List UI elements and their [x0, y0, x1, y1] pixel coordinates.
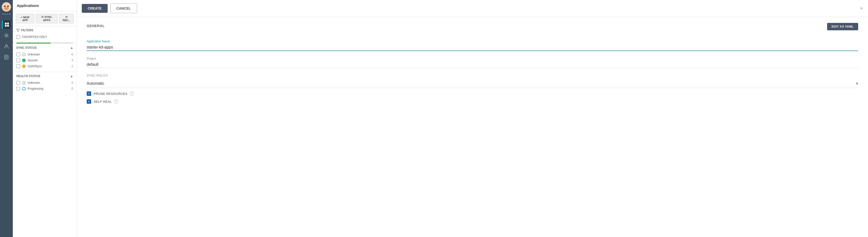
svg-rect-8 — [5, 25, 7, 27]
progressing-dot — [22, 87, 26, 90]
svg-point-10 — [6, 35, 7, 36]
self-heal-row: SELF HEAL ? — [87, 99, 858, 104]
general-section-title: GENERAL — [87, 24, 105, 28]
prune-resources-row: PRUNE RESOURCES ? — [87, 91, 858, 96]
status-synced-row: ✓ Synced 4 — [16, 57, 73, 63]
synced-label: Synced — [28, 59, 69, 62]
unknown-checkbox[interactable] — [16, 53, 20, 56]
health-status-title: HEALTH STATUS ▲ — [16, 75, 73, 78]
sync-policy-section: SYNC POLICY Automatic ▾ PRUNE RESOURCES … — [87, 74, 858, 104]
chevron-down-icon: ▾ — [856, 81, 858, 86]
filters-title: FILTERS — [16, 29, 73, 32]
nav-icon-apps[interactable] — [2, 20, 11, 29]
main-area: HELM Pro... CREATE CANCEL × GENERAL EDIT… — [77, 0, 868, 237]
outofsync-checkbox[interactable] — [16, 64, 20, 68]
svg-point-4 — [4, 6, 6, 7]
health-unknown-dot: ? — [22, 81, 26, 85]
project-input[interactable] — [87, 61, 858, 68]
project-label: Project — [87, 57, 858, 60]
prune-resources-checkbox[interactable] — [87, 91, 91, 96]
sync-policy-value: Automatic — [87, 81, 104, 86]
prune-resources-label: PRUNE RESOURCES — [94, 92, 127, 96]
app-name-input[interactable] — [87, 44, 858, 51]
health-unknown-row: ? Unknown 0 — [16, 80, 73, 86]
sidebar-actions: + NEW APP ↻ SYNC APPS ↺ REF... — [13, 11, 76, 26]
prune-resources-info-icon[interactable]: ? — [130, 92, 134, 96]
sync-status-title: SYNC STATUS ▲ — [16, 46, 73, 50]
app-name-field: Application Name — [87, 40, 858, 51]
svg-point-5 — [7, 6, 9, 7]
close-button[interactable]: × — [860, 6, 863, 11]
health-unknown-label: Unknown — [28, 81, 69, 85]
nav-version: v2.3.1+b — [2, 13, 11, 15]
filter-icon — [16, 29, 20, 32]
nav-icon-settings[interactable] — [2, 31, 11, 40]
unknown-dot — [22, 53, 26, 56]
health-unknown-count: 0 — [71, 81, 73, 85]
favorites-filter-row: FAVORITES ONLY — [16, 34, 73, 40]
sync-apps-button[interactable]: ↻ SYNC APPS — [36, 14, 57, 23]
sidebar: Applications + NEW APP ↻ SYNC APPS ↺ REF… — [13, 0, 77, 237]
health-progressing-checkbox[interactable] — [16, 87, 20, 91]
create-button[interactable]: CREATE — [82, 4, 107, 13]
outofsync-label: OutOfSync — [28, 64, 69, 68]
sidebar-title: Applications — [13, 0, 76, 11]
filters-section: FILTERS FAVORITES ONLY — [13, 26, 76, 42]
nav-icon-user[interactable] — [2, 42, 11, 51]
nav-rail: v2.3.1+b — [0, 0, 13, 237]
project-field: Project — [87, 57, 858, 68]
favorites-checkbox[interactable] — [16, 35, 20, 39]
logo — [1, 2, 11, 12]
refresh-button[interactable]: ↺ REF... — [59, 14, 74, 23]
status-outofsync-row: ! OutOfSync 2 — [16, 63, 73, 69]
svg-point-3 — [4, 7, 9, 10]
favorites-label: FAVORITES ONLY — [22, 35, 47, 39]
status-unknown-row: Unknown 0 — [16, 52, 73, 57]
health-unknown-checkbox[interactable] — [16, 81, 20, 85]
svg-rect-6 — [5, 23, 7, 24]
modal-topbar: CREATE CANCEL × — [77, 0, 868, 17]
sync-policy-dropdown[interactable]: Automatic ▾ — [87, 79, 858, 88]
unknown-count: 0 — [71, 53, 73, 56]
self-heal-label: SELF HEAL — [94, 100, 112, 103]
edit-yaml-button[interactable]: EDIT AS YAML — [827, 23, 858, 30]
outofsync-count: 2 — [71, 64, 73, 68]
progressing-count: 0 — [71, 87, 73, 90]
cancel-button[interactable]: CANCEL — [110, 3, 137, 13]
outofsync-dot: ! — [22, 64, 26, 68]
unknown-label: Unknown — [28, 53, 69, 56]
health-status-section: HEALTH STATUS ▲ ? Unknown 0 Progressing … — [13, 72, 76, 94]
self-heal-checkbox[interactable] — [87, 99, 91, 104]
modal-content: GENERAL EDIT AS YAML Application Name Pr… — [77, 17, 868, 237]
progressing-label: Progressing — [28, 87, 69, 90]
sync-status-section: SYNC STATUS ▲ Unknown 0 ✓ Synced 4 ! Out… — [13, 43, 76, 72]
sync-policy-label: SYNC POLICY — [87, 74, 858, 77]
new-app-button[interactable]: + NEW APP — [16, 14, 34, 23]
modal-overlay: CREATE CANCEL × GENERAL EDIT AS YAML App… — [77, 0, 868, 237]
app-name-label: Application Name — [87, 40, 858, 43]
synced-count: 4 — [71, 59, 73, 62]
self-heal-info-icon[interactable]: ? — [114, 99, 118, 103]
synced-checkbox[interactable] — [16, 58, 20, 62]
health-progressing-row: Progressing 0 — [16, 86, 73, 92]
synced-dot: ✓ — [22, 59, 26, 62]
nav-icon-docs[interactable] — [2, 53, 11, 62]
svg-rect-9 — [7, 25, 9, 27]
svg-point-11 — [5, 45, 7, 47]
svg-rect-7 — [7, 23, 9, 24]
